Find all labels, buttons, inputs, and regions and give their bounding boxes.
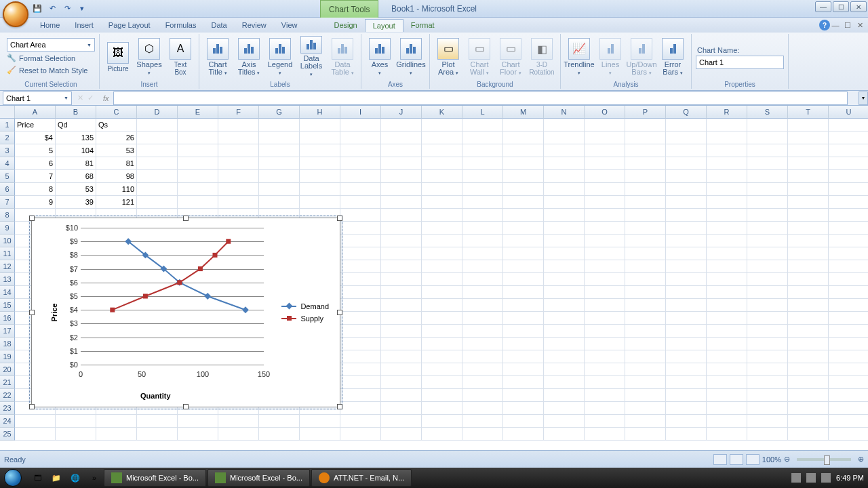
cell[interactable] (666, 247, 707, 260)
cell[interactable] (625, 131, 666, 144)
cell[interactable] (462, 286, 503, 299)
cell[interactable] (462, 183, 503, 196)
tab-insert[interactable]: Insert (67, 19, 101, 31)
resize-handle[interactable] (337, 216, 342, 221)
cell[interactable] (381, 209, 422, 222)
cell[interactable] (96, 415, 137, 428)
cell[interactable] (666, 170, 707, 183)
cell[interactable] (462, 235, 503, 247)
cell[interactable] (829, 402, 868, 415)
chart-legend[interactable]: Demand Supply (281, 298, 329, 327)
cell[interactable] (462, 131, 503, 144)
cell[interactable] (666, 389, 707, 402)
cell[interactable] (829, 299, 868, 312)
row-header[interactable]: 18 (0, 338, 15, 350)
cell[interactable] (381, 376, 422, 389)
cell[interactable] (462, 299, 503, 312)
cell[interactable] (340, 119, 381, 131)
cell[interactable] (422, 131, 462, 144)
cell[interactable] (422, 222, 462, 235)
column-header[interactable]: F (218, 106, 259, 119)
tray-icon[interactable] (791, 473, 801, 483)
row-header[interactable]: 15 (0, 299, 15, 312)
fx-icon[interactable]: fx (99, 94, 113, 102)
cell[interactable] (422, 363, 462, 376)
cell[interactable] (137, 144, 178, 157)
cell[interactable] (340, 325, 381, 338)
cell[interactable] (422, 325, 462, 338)
cell[interactable] (625, 222, 666, 235)
cell[interactable] (300, 415, 340, 428)
cell[interactable] (707, 157, 747, 170)
cell[interactable] (422, 170, 462, 183)
cell[interactable]: 98 (96, 170, 137, 183)
close-button[interactable]: ✕ (850, 1, 867, 12)
cell[interactable] (544, 196, 585, 209)
column-header[interactable]: H (300, 106, 340, 119)
select-all-corner[interactable] (0, 106, 15, 119)
cell[interactable] (829, 273, 868, 286)
cell[interactable] (259, 157, 300, 170)
cell[interactable] (585, 402, 625, 415)
cell[interactable] (666, 350, 707, 363)
cell[interactable] (788, 222, 829, 235)
cell[interactable] (503, 235, 544, 247)
cell[interactable] (625, 312, 666, 325)
cell[interactable] (340, 222, 381, 235)
cell[interactable] (462, 222, 503, 235)
cell[interactable] (340, 260, 381, 273)
cell[interactable] (462, 119, 503, 131)
cell[interactable] (56, 415, 96, 428)
cell[interactable] (585, 325, 625, 338)
cell[interactable] (829, 363, 868, 376)
tab-page-layout[interactable]: Page Layout (101, 19, 158, 31)
row-header[interactable]: 9 (0, 222, 15, 235)
cell[interactable] (747, 196, 788, 209)
cell[interactable] (381, 183, 422, 196)
cell[interactable] (462, 428, 503, 441)
cell[interactable] (300, 144, 340, 157)
cell[interactable] (300, 131, 340, 144)
row-header[interactable]: 5 (0, 170, 15, 183)
cell[interactable] (788, 260, 829, 273)
cell[interactable] (747, 209, 788, 222)
cell[interactable] (503, 144, 544, 157)
cell[interactable] (503, 325, 544, 338)
cell[interactable]: 26 (96, 131, 137, 144)
cell[interactable] (788, 157, 829, 170)
column-header[interactable]: S (747, 106, 788, 119)
row-header[interactable]: 10 (0, 235, 15, 247)
cell[interactable] (625, 119, 666, 131)
tab-formulas[interactable]: Formulas (158, 19, 204, 31)
cell[interactable] (422, 299, 462, 312)
cell[interactable] (381, 157, 422, 170)
formula-input[interactable] (113, 92, 848, 105)
axes-button[interactable]: Axes▾ (366, 35, 394, 79)
cell[interactable] (829, 415, 868, 428)
format-selection-button[interactable]: 🔧 Format Selection (7, 52, 95, 64)
cell[interactable] (788, 235, 829, 247)
cell[interactable] (707, 350, 747, 363)
cell[interactable] (422, 402, 462, 415)
cell[interactable] (137, 196, 178, 209)
cell[interactable] (585, 183, 625, 196)
column-header[interactable]: P (625, 106, 666, 119)
cell[interactable] (56, 428, 96, 441)
tab-review[interactable]: Review (235, 19, 274, 31)
cell[interactable] (788, 170, 829, 183)
cell[interactable] (503, 157, 544, 170)
cell[interactable] (829, 338, 868, 350)
cell[interactable] (218, 131, 259, 144)
chart-element-dropdown[interactable]: Chart Area▼ (7, 38, 95, 52)
cell[interactable] (585, 428, 625, 441)
cell[interactable] (829, 209, 868, 222)
cell[interactable] (544, 338, 585, 350)
cell[interactable] (178, 170, 218, 183)
cell[interactable] (829, 235, 868, 247)
cell[interactable] (666, 119, 707, 131)
cell[interactable] (544, 273, 585, 286)
cell[interactable] (666, 312, 707, 325)
cell[interactable] (707, 325, 747, 338)
cell[interactable] (747, 144, 788, 157)
cell[interactable] (15, 428, 56, 441)
